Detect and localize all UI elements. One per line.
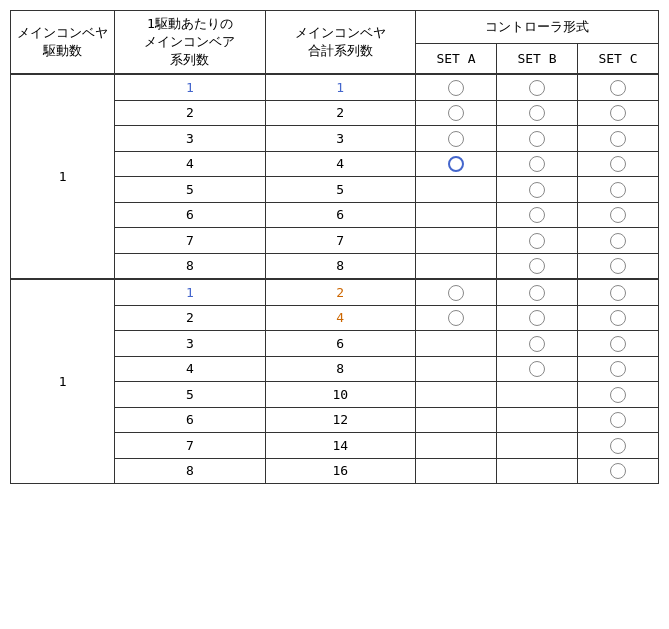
seta-cell[interactable] <box>415 74 496 100</box>
series-cell: 6 <box>115 202 265 228</box>
seta-cell[interactable] <box>415 407 496 433</box>
total-cell: 14 <box>265 433 415 459</box>
series-cell: 3 <box>115 331 265 357</box>
setc-cell[interactable] <box>577 253 658 279</box>
seta-cell[interactable] <box>415 100 496 126</box>
setb-cell[interactable] <box>496 177 577 203</box>
seta-cell[interactable] <box>415 433 496 459</box>
setc-cell[interactable] <box>577 305 658 331</box>
seta-cell[interactable] <box>415 253 496 279</box>
header-setA: SET A <box>415 44 496 74</box>
setb-cell[interactable] <box>496 305 577 331</box>
total-cell: 6 <box>265 331 415 357</box>
seta-cell[interactable] <box>415 331 496 357</box>
series-cell: 4 <box>115 151 265 177</box>
seta-cell[interactable] <box>415 126 496 152</box>
series-cell: 2 <box>115 100 265 126</box>
setb-cell[interactable] <box>496 126 577 152</box>
setc-cell[interactable] <box>577 151 658 177</box>
total-cell: 7 <box>265 228 415 254</box>
setb-cell[interactable] <box>496 356 577 382</box>
header-total: メインコンベヤ 合計系列数 <box>265 11 415 75</box>
setb-cell[interactable] <box>496 382 577 408</box>
setc-cell[interactable] <box>577 356 658 382</box>
total-cell: 16 <box>265 458 415 484</box>
setc-cell[interactable] <box>577 100 658 126</box>
main-table: メインコンベヤ 駆動数 1駆動あたりの メインコンベア 系列数 メインコンベヤ … <box>10 10 659 484</box>
setc-cell[interactable] <box>577 126 658 152</box>
total-cell: 8 <box>265 356 415 382</box>
seta-cell[interactable] <box>415 382 496 408</box>
setc-cell[interactable] <box>577 331 658 357</box>
setc-cell[interactable] <box>577 177 658 203</box>
setc-cell[interactable] <box>577 433 658 459</box>
total-cell: 4 <box>265 151 415 177</box>
setb-cell[interactable] <box>496 74 577 100</box>
setb-cell[interactable] <box>496 100 577 126</box>
total-cell: 3 <box>265 126 415 152</box>
series-cell: 6 <box>115 407 265 433</box>
header-setC: SET C <box>577 44 658 74</box>
total-cell: 10 <box>265 382 415 408</box>
seta-cell[interactable] <box>415 356 496 382</box>
seta-cell[interactable] <box>415 228 496 254</box>
setc-cell[interactable] <box>577 74 658 100</box>
seta-cell[interactable] <box>415 177 496 203</box>
setb-cell[interactable] <box>496 458 577 484</box>
header-setB: SET B <box>496 44 577 74</box>
series-cell: 3 <box>115 126 265 152</box>
setc-cell[interactable] <box>577 407 658 433</box>
setc-cell[interactable] <box>577 458 658 484</box>
total-cell: 5 <box>265 177 415 203</box>
setc-cell[interactable] <box>577 382 658 408</box>
series-cell: 7 <box>115 228 265 254</box>
header-series: 1駆動あたりの メインコンベア 系列数 <box>115 11 265 75</box>
seta-cell[interactable] <box>415 279 496 305</box>
setc-cell[interactable] <box>577 202 658 228</box>
total-cell: 8 <box>265 253 415 279</box>
total-cell: 1 <box>265 74 415 100</box>
total-cell: 2 <box>265 279 415 305</box>
drives-cell: 1 <box>11 279 115 484</box>
series-cell: 2 <box>115 305 265 331</box>
series-cell: 8 <box>115 253 265 279</box>
seta-cell[interactable] <box>415 458 496 484</box>
series-cell: 5 <box>115 382 265 408</box>
total-cell: 12 <box>265 407 415 433</box>
total-cell: 2 <box>265 100 415 126</box>
series-cell: 5 <box>115 177 265 203</box>
setb-cell[interactable] <box>496 279 577 305</box>
setb-cell[interactable] <box>496 202 577 228</box>
series-cell: 7 <box>115 433 265 459</box>
seta-cell[interactable] <box>415 202 496 228</box>
setb-cell[interactable] <box>496 407 577 433</box>
total-cell: 4 <box>265 305 415 331</box>
setb-cell[interactable] <box>496 228 577 254</box>
setc-cell[interactable] <box>577 279 658 305</box>
seta-cell[interactable] <box>415 305 496 331</box>
series-cell: 8 <box>115 458 265 484</box>
header-drives: メインコンベヤ 駆動数 <box>11 11 115 75</box>
setb-cell[interactable] <box>496 253 577 279</box>
setb-cell[interactable] <box>496 151 577 177</box>
header-controller: コントローラ形式 <box>415 11 658 44</box>
setb-cell[interactable] <box>496 331 577 357</box>
setc-cell[interactable] <box>577 228 658 254</box>
total-cell: 6 <box>265 202 415 228</box>
series-cell: 4 <box>115 356 265 382</box>
series-cell: 1 <box>115 279 265 305</box>
series-cell: 1 <box>115 74 265 100</box>
setb-cell[interactable] <box>496 433 577 459</box>
seta-cell[interactable] <box>415 151 496 177</box>
drives-cell: 1 <box>11 74 115 279</box>
